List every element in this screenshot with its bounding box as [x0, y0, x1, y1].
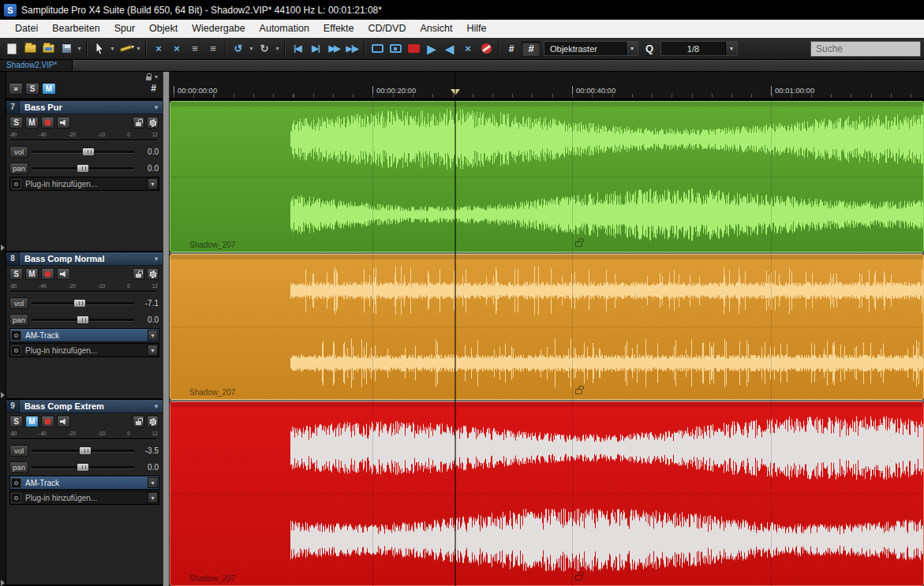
- redo-dropdown-arrow[interactable]: ▾: [274, 41, 281, 57]
- chevron-down-icon[interactable]: ▾: [148, 330, 158, 341]
- time-ruler[interactable]: 00:00:00:00 00:00:20:00 00:00:40:00 00:0…: [170, 72, 924, 101]
- solo-button[interactable]: S: [9, 117, 23, 129]
- monitor-button[interactable]: [57, 117, 70, 129]
- monitor-button[interactable]: [57, 416, 70, 427]
- volume-slider[interactable]: [32, 147, 134, 156]
- global-mute-button[interactable]: M: [42, 83, 56, 95]
- pan-slider[interactable]: [32, 164, 134, 173]
- lock-button[interactable]: [133, 416, 144, 427]
- solo-button[interactable]: S: [9, 416, 23, 427]
- no-entry-button[interactable]: [477, 41, 495, 57]
- chevron-down-icon[interactable]: ▾: [150, 402, 163, 410]
- volume-slider-handle[interactable]: [73, 299, 86, 308]
- new-file-button[interactable]: [3, 41, 21, 57]
- menu-item[interactable]: Objekt: [142, 20, 185, 38]
- track-header[interactable]: 8 Bass Comp Normal ▾: [6, 252, 163, 266]
- object-list-button[interactable]: ≡: [186, 41, 204, 57]
- mute-button[interactable]: M: [25, 416, 39, 427]
- menu-item[interactable]: Wiedergabe: [185, 20, 252, 38]
- global-solo-button[interactable]: S: [25, 83, 39, 95]
- cursor-dropdown-arrow[interactable]: ▾: [109, 41, 116, 57]
- chevron-down-icon[interactable]: ▾: [148, 178, 158, 189]
- lock-button[interactable]: [133, 268, 144, 280]
- fx-button[interactable]: [147, 117, 159, 129]
- record-arm-button[interactable]: [41, 268, 54, 280]
- volume-slider-handle[interactable]: [79, 446, 92, 455]
- plugin-power-icon[interactable]: [11, 330, 21, 341]
- play-button[interactable]: ▶: [423, 41, 440, 57]
- track-scroll-arrow[interactable]: [1, 392, 5, 398]
- magnifier-icon[interactable]: Q: [641, 41, 658, 57]
- panel-dropdown-icon[interactable]: ▾: [155, 73, 158, 80]
- menu-item[interactable]: Ansicht: [413, 20, 459, 38]
- chevron-down-icon[interactable]: ▾: [148, 345, 158, 356]
- menu-item[interactable]: Automation: [253, 20, 316, 38]
- skip-end-button[interactable]: ▶|: [307, 41, 324, 57]
- mute-button[interactable]: M: [25, 117, 39, 129]
- panel-splitter[interactable]: [163, 72, 170, 586]
- panel-lock-icon[interactable]: [146, 77, 152, 80]
- mixer-monitor-button[interactable]: [387, 41, 404, 57]
- track-scroll-arrow[interactable]: [1, 244, 5, 251]
- rewind-button[interactable]: ◀: [441, 41, 458, 57]
- menu-item[interactable]: Datei: [8, 20, 45, 38]
- chevron-down-icon[interactable]: ▾: [148, 492, 158, 503]
- video-monitor-button[interactable]: [368, 41, 386, 57]
- audio-clip[interactable]: Shadow_207: [170, 101, 924, 252]
- fast-play-button[interactable]: ▶▶: [325, 41, 342, 57]
- pan-slider-handle[interactable]: [77, 164, 89, 173]
- chevron-down-icon[interactable]: ▾: [150, 255, 163, 263]
- chevron-down-icon[interactable]: ▾: [150, 103, 163, 111]
- snap-mode-select[interactable]: Objektraster ▾: [544, 41, 638, 56]
- track-scroll-arrow[interactable]: [1, 580, 5, 586]
- plugin-slot[interactable]: Plug-in hinzufügen... ▾: [9, 177, 159, 191]
- menu-item[interactable]: Effekte: [316, 20, 361, 38]
- skip-start-button[interactable]: |◀: [289, 41, 306, 57]
- track-list-button[interactable]: ≡: [204, 41, 222, 57]
- cut-object-button[interactable]: ×: [150, 41, 167, 57]
- delete-marker-button[interactable]: ×: [459, 41, 477, 57]
- audio-clip[interactable]: Shadow_207: [170, 401, 924, 586]
- snap-step-button[interactable]: #: [503, 41, 520, 57]
- redo-button[interactable]: ↻: [256, 41, 273, 57]
- volume-slider[interactable]: [32, 446, 134, 455]
- plugin-power-icon[interactable]: [11, 478, 21, 488]
- undo-dropdown-arrow[interactable]: ▾: [248, 41, 255, 57]
- undo-button[interactable]: ↺: [230, 41, 247, 57]
- open-button[interactable]: [21, 41, 39, 57]
- save-dropdown-arrow[interactable]: ▾: [76, 41, 83, 57]
- step-play-button[interactable]: ▶|▶: [343, 41, 361, 57]
- project-tab[interactable]: Shadow2.VIP*: [0, 60, 73, 71]
- fx-button[interactable]: [147, 268, 159, 280]
- draw-tool-button[interactable]: [117, 41, 134, 57]
- plugin-power-icon[interactable]: [11, 345, 21, 356]
- track-header[interactable]: 9 Bass Comp Extrem ▾: [6, 400, 163, 413]
- pan-slider-handle[interactable]: [77, 315, 89, 324]
- record-arm-button[interactable]: [41, 117, 54, 129]
- menu-item[interactable]: Hilfe: [459, 20, 493, 38]
- menu-item[interactable]: Bearbeiten: [45, 20, 107, 38]
- plugin-slot[interactable]: Plug-in hinzufügen... ▾: [9, 491, 159, 505]
- pan-slider-handle[interactable]: [77, 463, 89, 472]
- split-object-button[interactable]: ×: [168, 41, 185, 57]
- chevron-down-icon[interactable]: ▾: [148, 477, 158, 488]
- fx-button[interactable]: [147, 416, 159, 427]
- open-project-button[interactable]: [39, 41, 57, 57]
- search-input[interactable]: [810, 41, 921, 57]
- cursor-tool-button[interactable]: [91, 41, 108, 57]
- draw-dropdown-arrow[interactable]: ▾: [135, 41, 142, 57]
- plugin-slot[interactable]: AM-Track ▾: [9, 328, 159, 342]
- pan-slider[interactable]: [32, 315, 134, 324]
- menu-item[interactable]: Spur: [107, 20, 142, 38]
- save-button[interactable]: [58, 41, 75, 57]
- audio-clip[interactable]: Shadow_207: [170, 254, 924, 400]
- volume-slider-handle[interactable]: [82, 147, 95, 156]
- menu-item[interactable]: CD/DVD: [361, 20, 413, 38]
- plugin-slot[interactable]: AM-Track ▾: [9, 476, 159, 490]
- grid-width-select[interactable]: 1/8 ▾: [660, 41, 738, 56]
- playhead-line[interactable]: [455, 72, 456, 586]
- plugin-power-icon[interactable]: [11, 179, 21, 189]
- grid-toggle-button[interactable]: #: [522, 41, 541, 57]
- unlock-icon[interactable]: [575, 389, 582, 394]
- plugin-slot[interactable]: Plug-in hinzufügen... ▾: [9, 343, 159, 357]
